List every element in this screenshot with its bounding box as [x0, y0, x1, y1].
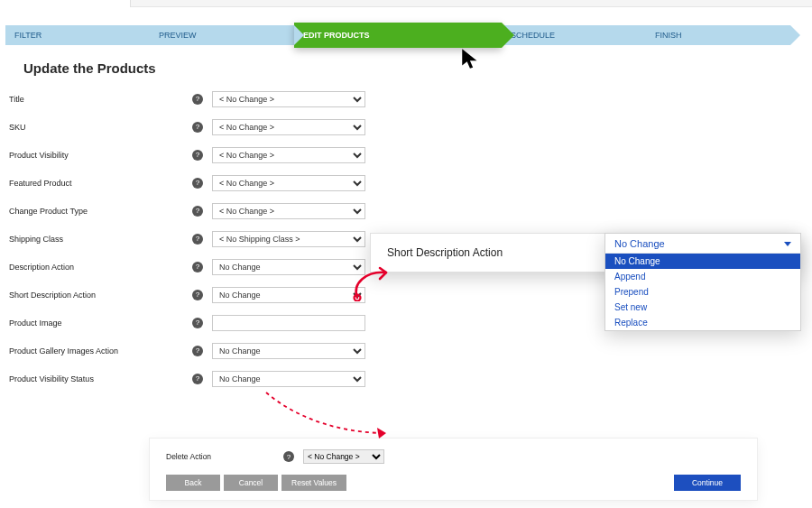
- label-change-product-type: Change Product Type: [7, 207, 192, 216]
- select-description-action[interactable]: No Change: [212, 259, 365, 275]
- row-title: Title ? < No Change >: [7, 85, 789, 113]
- row-delete-action: Delete Action ? < No Change >: [166, 449, 741, 464]
- label-delete-action: Delete Action: [166, 452, 283, 461]
- help-icon[interactable]: ?: [192, 94, 203, 105]
- label-product-visibility-status: Product Visibility Status: [7, 374, 192, 383]
- help-icon[interactable]: ?: [192, 234, 203, 245]
- cancel-button[interactable]: Cancel: [224, 475, 278, 491]
- help-icon[interactable]: ?: [192, 318, 203, 328]
- select-title[interactable]: < No Change >: [212, 91, 365, 107]
- label-featured-product: Featured Product: [7, 179, 192, 188]
- help-icon[interactable]: ?: [192, 262, 203, 272]
- label-short-description-action: Short Description Action: [7, 291, 192, 300]
- back-button[interactable]: Back: [166, 475, 220, 491]
- step-filter[interactable]: FILTER: [5, 25, 150, 45]
- select-product-gallery-images-action[interactable]: No Change: [212, 343, 365, 359]
- step-finish[interactable]: FINISH: [646, 25, 790, 45]
- step-schedule[interactable]: SCHEDULE: [502, 25, 646, 45]
- dropdown-option-no-change[interactable]: No Change: [605, 254, 800, 269]
- help-icon[interactable]: ?: [192, 346, 203, 356]
- dropdown-option-set-new[interactable]: Set new: [605, 300, 800, 315]
- label-product-gallery-images-action: Product Gallery Images Action: [7, 346, 192, 356]
- row-product-visibility: Product Visibility ? < No Change >: [7, 141, 789, 169]
- label-shipping-class: Shipping Class: [7, 235, 192, 244]
- label-product-visibility: Product Visibility: [7, 151, 192, 160]
- label-title: Title: [7, 95, 192, 104]
- select-product-visibility-status[interactable]: No Change: [212, 371, 365, 387]
- dropdown-option-append[interactable]: Append: [605, 269, 800, 284]
- row-change-product-type: Change Product Type ? < No Change >: [7, 197, 789, 225]
- row-sku: SKU ? < No Change >: [7, 113, 789, 141]
- help-icon[interactable]: ?: [192, 374, 203, 384]
- tab-stub: [0, 0, 131, 7]
- select-sku[interactable]: < No Change >: [212, 119, 365, 135]
- label-description-action: Description Action: [7, 263, 192, 272]
- select-product-visibility[interactable]: < No Change >: [212, 147, 365, 163]
- wizard-steps: FILTER PREVIEW EDIT PRODUCTS SCHEDULE FI…: [0, 25, 812, 48]
- step-edit-products[interactable]: EDIT PRODUCTS: [294, 23, 502, 48]
- dropdown-option-replace[interactable]: Replace: [605, 315, 800, 330]
- label-sku: SKU: [7, 123, 192, 132]
- select-delete-action[interactable]: < No Change >: [303, 449, 384, 464]
- input-product-image[interactable]: [212, 315, 365, 331]
- help-icon[interactable]: ?: [192, 206, 203, 217]
- help-icon[interactable]: ?: [283, 451, 294, 462]
- row-featured-product: Featured Product ? < No Change >: [7, 169, 789, 197]
- row-product-visibility-status: Product Visibility Status ? No Change: [7, 365, 789, 393]
- select-change-product-type[interactable]: < No Change >: [212, 203, 365, 219]
- select-shipping-class[interactable]: < No Shipping Class >: [212, 231, 365, 247]
- row-product-gallery-images-action: Product Gallery Images Action ? No Chang…: [7, 337, 789, 365]
- annotation-dashed-arrow-icon: [262, 388, 397, 444]
- footer-buttons: Back Cancel Reset Values Continue: [166, 475, 741, 491]
- help-icon[interactable]: ?: [192, 290, 203, 300]
- short-description-dropdown[interactable]: No Change No Change Append Prepend Set n…: [604, 233, 801, 331]
- dropdown-selected[interactable]: No Change: [605, 234, 800, 254]
- continue-button[interactable]: Continue: [674, 475, 741, 491]
- footer-panel: Delete Action ? < No Change > Back Cance…: [149, 438, 758, 501]
- help-icon[interactable]: ?: [192, 150, 203, 161]
- dropdown-option-prepend[interactable]: Prepend: [605, 284, 800, 300]
- page-title: Update the Products: [0, 48, 812, 83]
- cursor-icon: [459, 46, 483, 71]
- select-featured-product[interactable]: < No Change >: [212, 175, 365, 191]
- reset-values-button[interactable]: Reset Values: [281, 475, 346, 491]
- step-preview[interactable]: PREVIEW: [150, 25, 294, 45]
- help-icon[interactable]: ?: [192, 178, 203, 189]
- help-icon[interactable]: ?: [192, 122, 203, 133]
- label-product-image: Product Image: [7, 319, 192, 328]
- select-short-description-action[interactable]: No Change: [212, 287, 365, 303]
